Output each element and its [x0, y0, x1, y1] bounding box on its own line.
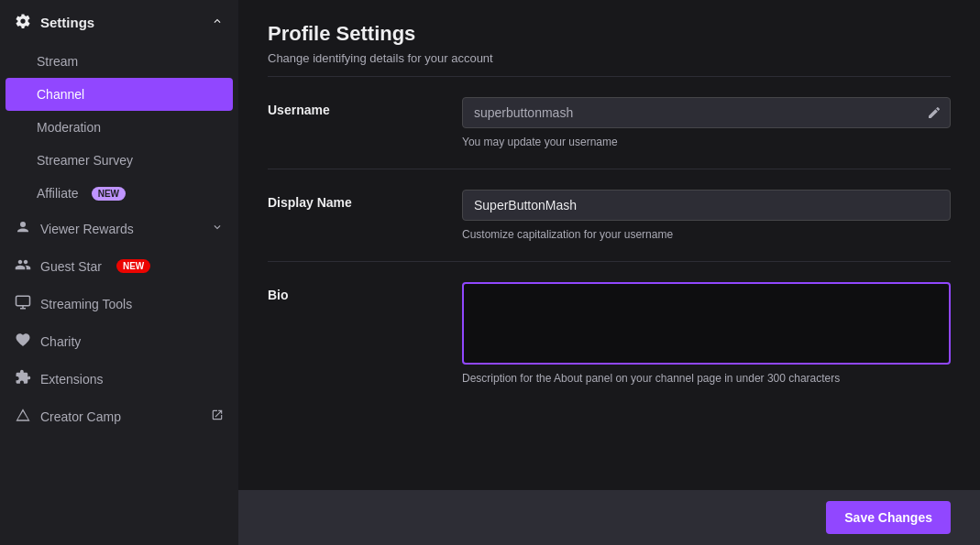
- save-changes-button[interactable]: Save Changes: [826, 501, 951, 534]
- chevron-down-icon: [211, 221, 224, 236]
- sidebar-item-affiliate[interactable]: Affiliate NEW: [0, 177, 238, 210]
- creator-camp-label: Creator Camp: [40, 409, 121, 424]
- guest-star-icon: [15, 256, 31, 276]
- username-row: Username You may update your username: [268, 77, 951, 169]
- viewer-rewards-label: Viewer Rewards: [40, 222, 134, 236]
- display-name-hint: Customize capitalization for your userna…: [462, 228, 951, 241]
- chevron-up-icon: [211, 15, 224, 30]
- sidebar-item-moderation[interactable]: Moderation: [0, 111, 238, 144]
- charity-icon: [15, 332, 31, 351]
- form-area: Username You may update your username Di…: [238, 76, 980, 490]
- username-hint: You may update your username: [462, 136, 951, 148]
- display-name-row: Display Name Customize capitalization fo…: [268, 169, 951, 262]
- display-name-label-col: Display Name: [268, 190, 433, 210]
- display-name-input-col: Customize capitalization for your userna…: [462, 190, 951, 241]
- svg-point-0: [20, 222, 26, 227]
- creator-camp-row: Creator Camp: [40, 409, 224, 424]
- extensions-icon: [15, 369, 31, 388]
- sidebar-item-creator-camp[interactable]: Creator Camp: [0, 398, 238, 435]
- display-name-label: Display Name: [268, 195, 352, 210]
- display-name-input-wrapper: [462, 190, 951, 221]
- bio-hint: Description for the About panel on your …: [462, 372, 951, 385]
- username-edit-button[interactable]: [927, 105, 941, 120]
- viewer-rewards-row: Viewer Rewards: [40, 221, 224, 236]
- extensions-label: Extensions: [40, 372, 103, 387]
- sidebar-nav: Stream Channel Moderation Streamer Surve…: [0, 45, 238, 435]
- username-label-col: Username: [268, 97, 433, 117]
- creator-camp-icon: [15, 407, 31, 426]
- affiliate-new-badge: NEW: [92, 187, 126, 201]
- sidebar-item-streaming-tools[interactable]: Streaming Tools: [0, 285, 238, 322]
- viewer-rewards-icon: [15, 219, 31, 238]
- bio-input-col: Description for the About panel on your …: [462, 282, 951, 385]
- sidebar-item-streamer-survey[interactable]: Streamer Survey: [0, 144, 238, 177]
- bio-label: Bio: [268, 288, 289, 302]
- charity-label: Charity: [40, 334, 81, 349]
- sidebar-item-charity[interactable]: Charity: [0, 322, 238, 360]
- page-title: Profile Settings: [268, 22, 951, 46]
- username-input-col: You may update your username: [462, 97, 951, 148]
- stream-label: Stream: [37, 54, 78, 69]
- channel-label: Channel: [37, 87, 84, 102]
- page-footer: Save Changes: [238, 490, 980, 545]
- sidebar-item-guest-star[interactable]: Guest Star NEW: [0, 247, 238, 285]
- settings-header[interactable]: Settings: [0, 0, 238, 45]
- sidebar-item-stream[interactable]: Stream: [0, 45, 238, 78]
- display-name-input[interactable]: [462, 190, 951, 221]
- gear-icon: [15, 13, 31, 32]
- sidebar-item-channel[interactable]: Channel: [6, 78, 233, 111]
- sidebar: Settings Stream Channel Moderation Strea…: [0, 0, 238, 545]
- username-input-wrapper: [462, 97, 951, 128]
- guest-star-label: Guest Star: [40, 259, 102, 274]
- sidebar-item-viewer-rewards[interactable]: Viewer Rewards: [0, 210, 238, 247]
- page-header: Profile Settings Change identifying deta…: [238, 0, 980, 76]
- main-content: Profile Settings Change identifying deta…: [238, 0, 980, 545]
- external-link-icon: [211, 409, 224, 424]
- guest-star-new-badge: NEW: [116, 259, 150, 273]
- sidebar-item-extensions[interactable]: Extensions: [0, 360, 238, 398]
- bio-label-col: Bio: [268, 282, 433, 302]
- settings-label: Settings: [40, 15, 94, 30]
- moderation-label: Moderation: [37, 120, 101, 135]
- streaming-tools-icon: [15, 294, 31, 313]
- username-label: Username: [268, 103, 330, 117]
- svg-rect-1: [17, 296, 30, 306]
- username-input[interactable]: [462, 97, 951, 128]
- bio-row: Bio Description for the About panel on y…: [268, 262, 951, 405]
- affiliate-label: Affiliate: [37, 186, 79, 201]
- settings-header-left: Settings: [15, 13, 94, 32]
- streamer-survey-label: Streamer Survey: [37, 153, 133, 168]
- bio-textarea[interactable]: [462, 282, 951, 365]
- streaming-tools-label: Streaming Tools: [40, 297, 132, 311]
- page-subtitle: Change identifying details for your acco…: [268, 51, 951, 65]
